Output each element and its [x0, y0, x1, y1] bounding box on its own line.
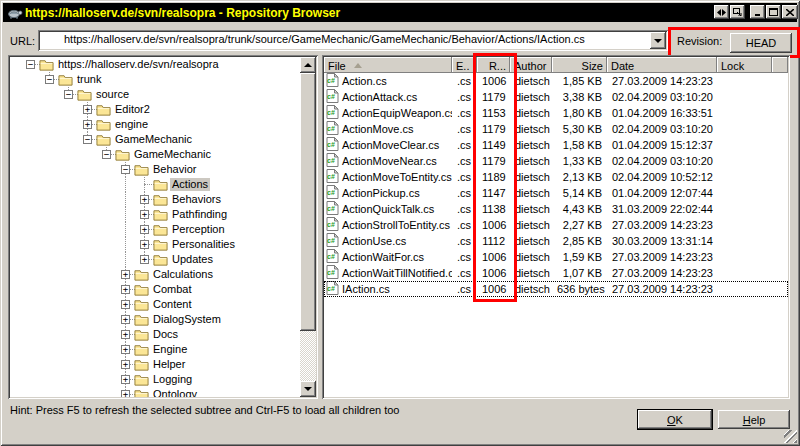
tree-item-label[interactable]: Personalities [170, 238, 237, 251]
collapse-icon[interactable]: − [83, 135, 92, 144]
file-row-actionpickup-cs[interactable]: c#ActionPickup.cs.cs1147dietsch5,14 KB01… [324, 185, 788, 201]
tree-item-personalities[interactable]: +Personalities [10, 237, 300, 252]
expand-icon[interactable]: + [121, 360, 130, 369]
tree-item-docs[interactable]: +Docs [10, 327, 300, 342]
tree-item-label[interactable]: Behaviors [170, 193, 223, 206]
tree-item-helper[interactable]: +Helper [10, 357, 300, 372]
expand-icon[interactable]: + [140, 225, 149, 234]
title-bar[interactable]: https://halloserv.de/svn/realsopra - Rep… [3, 3, 797, 22]
tree-item-label[interactable]: GameMechanic [132, 148, 213, 161]
tree-item-label[interactable]: Engine [151, 343, 189, 356]
expand-icon[interactable]: + [121, 285, 130, 294]
maximize-button[interactable] [766, 5, 781, 19]
tree-item-gamemechanic[interactable]: −GameMechanic [10, 147, 300, 162]
tree-item-label[interactable]: Content [151, 298, 194, 311]
tree-item-label[interactable]: Behavior [151, 163, 198, 176]
tree-item-gamemechanic[interactable]: −GameMechanic [10, 132, 300, 147]
tree-item-trunk[interactable]: −trunk [10, 72, 300, 87]
tree-item-engine[interactable]: +engine [10, 117, 300, 132]
tree-item-logging[interactable]: +Logging [10, 372, 300, 387]
expand-icon[interactable]: + [140, 240, 149, 249]
column-header-lock[interactable]: Lock [717, 57, 772, 73]
expand-icon[interactable]: + [121, 390, 130, 397]
ok-button[interactable]: OK [638, 410, 712, 429]
file-row-actionwaittillnotified-cs[interactable]: c#ActionWaitTillNotified.cs.cs1006dietsc… [324, 265, 788, 281]
expand-icon[interactable]: + [83, 120, 92, 129]
collapse-icon[interactable]: − [45, 75, 54, 84]
tree-item-label[interactable]: https://halloserv.de/svn/realsopra [56, 58, 221, 71]
tree-item-label[interactable]: Updates [170, 253, 215, 266]
tree-item-label[interactable]: DialogSystem [151, 313, 223, 326]
expand-icon[interactable]: + [121, 315, 130, 324]
tree-vertical-scrollbar[interactable] [300, 57, 316, 397]
tree-item-actions[interactable]: Actions [10, 177, 300, 192]
tree-item-label[interactable]: Logging [151, 373, 194, 386]
expand-icon[interactable]: + [121, 270, 130, 279]
tree-item-label[interactable]: Pathfinding [170, 208, 229, 221]
close-icon[interactable] [782, 5, 798, 19]
url-value[interactable]: https://halloserv.de/svn/realsopra/trunk… [64, 33, 585, 45]
expand-icon[interactable]: + [140, 210, 149, 219]
tree-item-label[interactable]: Helper [151, 358, 187, 371]
collapse-icon[interactable]: − [64, 90, 73, 99]
file-row-actionuse-cs[interactable]: c#ActionUse.cs.cs1112dietsch2,85 KB30.03… [324, 233, 788, 249]
scroll-down-icon[interactable] [300, 381, 316, 397]
tree-item-ontology[interactable]: +Ontology [10, 387, 300, 397]
file-row-iaction-cs[interactable]: c#IAction.cs.cs1006dietsch636 bytes27.03… [324, 281, 788, 297]
file-row-actionattack-cs[interactable]: c#ActionAttack.cs.cs1179dietsch3,38 KB02… [324, 89, 788, 105]
column-header-file[interactable]: File [324, 57, 452, 73]
tree-item-label[interactable]: trunk [75, 73, 103, 86]
tree-item-label[interactable]: source [94, 88, 131, 101]
tree-scrollbar-thumb[interactable] [300, 73, 316, 331]
expand-icon[interactable]: + [121, 345, 130, 354]
tree-item-label[interactable]: Combat [151, 283, 194, 296]
tree-item-perception[interactable]: +Perception [10, 222, 300, 237]
tree-item-content[interactable]: +Content [10, 297, 300, 312]
tree-item-engine[interactable]: +Engine [10, 342, 300, 357]
collapse-icon[interactable]: − [121, 165, 130, 174]
expand-icon[interactable]: + [121, 300, 130, 309]
tree-item-label[interactable]: Calculations [151, 268, 215, 281]
column-header-date[interactable]: Date [607, 57, 717, 73]
file-row-actionmoveclear-cs[interactable]: c#ActionMoveClear.cs.cs1149dietsch1,58 K… [324, 137, 788, 153]
revision-head-button[interactable]: HEAD [730, 33, 792, 53]
tree-item-source[interactable]: −source [10, 87, 300, 102]
url-combobox[interactable]: https://halloserv.de/svn/realsopra/trunk… [38, 30, 668, 51]
collapse-icon[interactable]: − [26, 60, 35, 69]
tree-item-calculations[interactable]: +Calculations [10, 267, 300, 282]
window-flip-button[interactable] [714, 5, 729, 19]
file-row-actionequipweapon-cs[interactable]: c#ActionEquipWeapon.cs.cs1153dietsch1,80… [324, 105, 788, 121]
tree-item-dialogsystem[interactable]: +DialogSystem [10, 312, 300, 327]
file-row-actionmove-cs[interactable]: c#ActionMove.cs.cs1179dietsch5,30 KB02.0… [324, 121, 788, 137]
tree-item-updates[interactable]: +Updates [10, 252, 300, 267]
file-row-actionwaitfor-cs[interactable]: c#ActionWaitFor.cs.cs1006dietsch1,59 KB2… [324, 249, 788, 265]
expand-icon[interactable]: + [140, 195, 149, 204]
scroll-up-icon[interactable] [300, 57, 316, 73]
tree-item-label[interactable]: engine [113, 118, 150, 131]
window-detach-button[interactable] [730, 5, 745, 19]
tree-item-editor2[interactable]: +Editor2 [10, 102, 300, 117]
file-row-actionmovetoentity-cs[interactable]: c#ActionMoveToEntity.cs.cs1189dietsch2,1… [324, 169, 788, 185]
file-row-action-cs[interactable]: c#Action.cs.cs1006dietsch1,85 KB27.03.20… [324, 73, 788, 89]
tree-item-label[interactable]: Ontology [151, 388, 199, 397]
minimize-button[interactable] [750, 5, 765, 19]
expand-icon[interactable]: + [140, 255, 149, 264]
column-header-size[interactable]: Size [552, 57, 607, 73]
tree-item-label[interactable]: GameMechanic [113, 133, 194, 146]
file-row-actionquicktalk-cs[interactable]: c#ActionQuickTalk.cs.cs1138dietsch4,43 K… [324, 201, 788, 217]
resize-grip[interactable] [784, 430, 797, 443]
expand-icon[interactable]: + [121, 330, 130, 339]
tree-item-behavior[interactable]: −Behavior [10, 162, 300, 177]
expand-icon[interactable]: + [83, 105, 92, 114]
expand-icon[interactable]: + [121, 375, 130, 384]
tree-item-pathfinding[interactable]: +Pathfinding [10, 207, 300, 222]
tree-item-label[interactable]: Actions [170, 178, 210, 191]
tree-item-label[interactable]: Editor2 [113, 103, 152, 116]
file-row-actionmovenear-cs[interactable]: c#ActionMoveNear.cs.cs1179dietsch1,33 KB… [324, 153, 788, 169]
file-row-actionstrolltoentity-cs[interactable]: c#ActionStrollToEntity.cs.cs1006dietsch2… [324, 217, 788, 233]
tree-item-combat[interactable]: +Combat [10, 282, 300, 297]
tree-item-https-halloserv-de-svn-realsopra[interactable]: −https://halloserv.de/svn/realsopra [10, 57, 300, 72]
url-dropdown-arrow-icon[interactable] [650, 32, 666, 49]
collapse-icon[interactable]: − [102, 150, 111, 159]
tree-item-label[interactable]: Docs [151, 328, 180, 341]
